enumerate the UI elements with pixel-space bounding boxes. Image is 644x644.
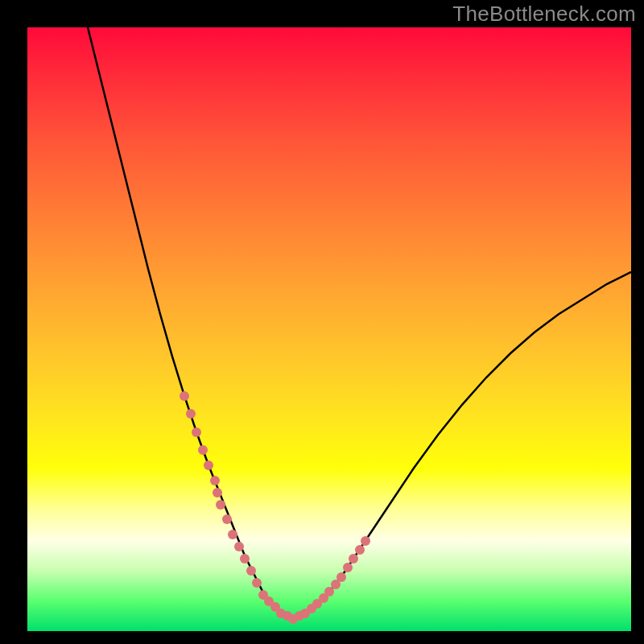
- data-dot: [216, 500, 225, 510]
- data-dot: [355, 545, 365, 555]
- data-dot: [222, 514, 232, 524]
- data-dot: [252, 578, 262, 588]
- data-dot: [361, 536, 370, 546]
- chart-container: TheBottleneck.com: [0, 0, 644, 644]
- data-dot: [336, 572, 346, 582]
- watermark-text: TheBottleneck.com: [452, 2, 636, 27]
- data-dot: [210, 476, 220, 485]
- v-curve-path: [27, 27, 631, 631]
- data-dot: [324, 587, 334, 597]
- data-dot: [198, 445, 208, 455]
- data-dot: [234, 542, 244, 551]
- data-dot: [240, 554, 250, 564]
- plot-area: [27, 27, 631, 631]
- data-dot: [246, 566, 256, 576]
- data-dot: [213, 488, 222, 497]
- data-dot: [349, 554, 358, 564]
- data-dot: [180, 391, 189, 401]
- data-dot: [186, 409, 196, 419]
- data-dot: [228, 530, 237, 539]
- data-dot: [204, 460, 213, 470]
- data-dot: [343, 563, 353, 572]
- data-dot: [192, 427, 201, 437]
